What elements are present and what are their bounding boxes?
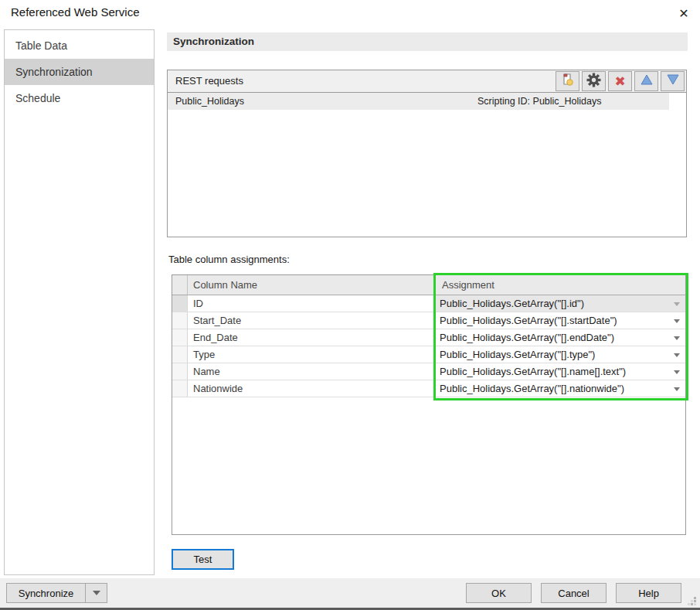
chevron-down-icon[interactable] [674,353,680,357]
chevron-down-icon [93,591,100,595]
chevron-down-icon[interactable] [674,387,680,391]
assignment-cell[interactable]: Public_Holidays.GetArray("[].id") [436,295,685,312]
assignment-cell[interactable]: Public_Holidays.GetArray("[].nationwide"… [436,380,685,397]
sidebar-item-table-data[interactable]: Table Data [5,32,154,59]
chevron-down-icon[interactable] [674,370,680,374]
column-name-cell: Type [193,346,215,363]
row-selector[interactable] [172,295,188,312]
move-down-button[interactable] [661,71,685,91]
triangle-down-icon [666,73,680,89]
assignment-cell[interactable]: Public_Holidays.GetArray("[].name[].text… [436,363,685,380]
chevron-down-icon[interactable] [674,336,680,340]
assignment-header: Assignment [442,275,494,295]
rest-requests-header: REST requests [168,70,686,93]
grid-row-type: Type Public_Holidays.GetArray("[].type") [172,346,685,363]
help-button[interactable]: Help [616,583,681,603]
ok-button[interactable]: OK [466,583,532,603]
row-selector[interactable] [172,380,188,397]
row-selector[interactable] [172,312,188,329]
rest-request-name: Public_Holidays [175,93,244,110]
row-selector[interactable] [172,346,188,363]
cancel-button[interactable]: Cancel [541,583,607,603]
sidebar-item-schedule[interactable]: Schedule [5,85,154,111]
new-document-icon [561,73,575,90]
assignments-grid: Column Name Assignment ID Public_Holiday… [172,274,686,535]
assignment-cell[interactable]: Public_Holidays.GetArray("[].type") [436,346,685,363]
close-icon[interactable]: ✕ [675,5,692,22]
test-button[interactable]: Test [172,549,234,570]
grid-row-id: ID Public_Holidays.GetArray("[].id") [172,295,685,312]
row-selector[interactable] [172,329,188,346]
new-request-button[interactable] [556,71,579,91]
column-name-cell: Name [193,363,220,380]
column-name-cell: Nationwide [193,380,243,397]
grid-row-nationwide: Nationwide Public_Holidays.GetArray("[].… [172,380,685,397]
rest-request-row[interactable]: Public_Holidays Scripting ID: Public_Hol… [168,93,669,110]
resize-grip-icon[interactable] [687,595,697,605]
row-selector[interactable] [172,363,188,380]
move-up-button[interactable] [634,71,658,91]
grid-body: ID Public_Holidays.GetArray("[].id") Sta… [172,295,685,397]
chevron-down-icon[interactable] [674,319,680,323]
assignment-cell[interactable]: Public_Holidays.GetArray("[].startDate") [436,312,685,329]
sidebar-item-synchronization[interactable]: Synchronization [5,59,154,85]
triangle-up-icon [640,73,654,89]
column-name-cell: Start_Date [193,312,241,329]
synchronize-dropdown-button[interactable] [86,584,107,602]
rest-requests-panel: REST requests [167,70,687,237]
settings-button[interactable] [582,71,606,91]
delete-x-icon: ✖ [614,75,625,88]
footer-bar: Synchronize OK Cancel Help [0,578,700,610]
dialog-title: Referenced Web Service [11,5,139,19]
synchronize-split-button: Synchronize [6,583,107,603]
delete-request-button[interactable]: ✖ [608,71,632,91]
column-name-cell: ID [193,295,203,312]
gear-icon [586,73,601,90]
synchronize-button[interactable]: Synchronize [7,584,85,602]
grid-corner-gutter [172,275,188,295]
rest-request-scripting-id: Scripting ID: Public_Holidays [477,93,602,110]
assignments-label: Table column assignments: [168,254,290,265]
column-name-cell: End_Date [193,329,238,346]
assignment-cell[interactable]: Public_Holidays.GetArray("[].endDate") [436,329,685,346]
grid-row-end-date: End_Date Public_Holidays.GetArray("[].en… [172,329,685,346]
grid-header: Column Name Assignment [172,275,685,295]
grid-row-name: Name Public_Holidays.GetArray("[].name[]… [172,363,685,380]
rest-requests-toolbar: ✖ [553,71,685,91]
grid-row-start-date: Start_Date Public_Holidays.GetArray("[].… [172,312,685,329]
sidebar: Table Data Synchronization Schedule [4,29,155,575]
referenced-web-service-dialog: { "window": { "title": "Referenced Web S… [0,0,700,610]
chevron-down-icon[interactable] [674,302,680,306]
section-title: Synchronization [167,32,688,51]
column-name-header: Column Name [193,275,257,295]
